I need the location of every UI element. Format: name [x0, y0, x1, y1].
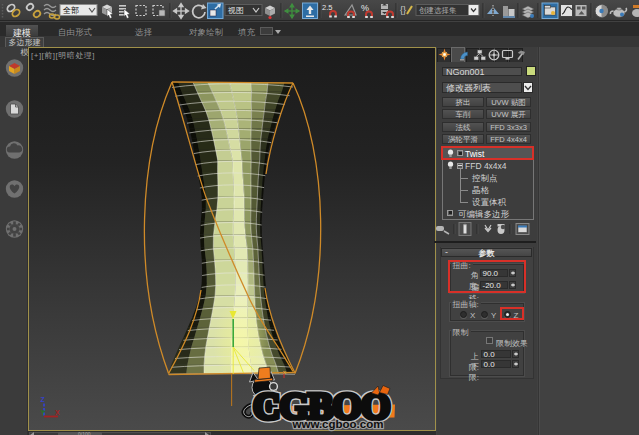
svg-text:创建选择集: 创建选择集 [419, 6, 457, 15]
svg-text:{}: {} [400, 5, 406, 15]
svg-text:全部: 全部 [63, 6, 79, 15]
svg-text:视图: 视图 [227, 6, 244, 15]
